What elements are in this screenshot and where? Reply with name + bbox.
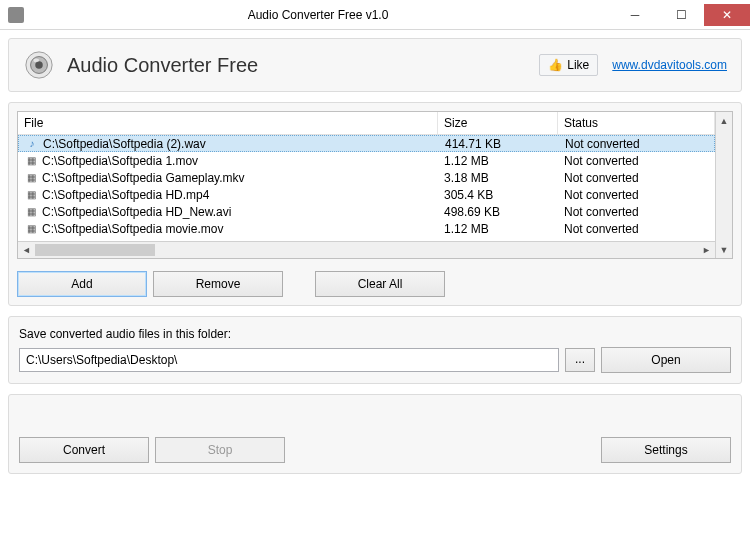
column-header-file[interactable]: File <box>18 112 438 134</box>
file-size: 1.12 MB <box>438 221 558 237</box>
file-status: Not converted <box>558 204 715 220</box>
file-path: C:\Softpedia\Softpedia 1.mov <box>42 154 198 168</box>
bottom-panel: Convert Stop Settings <box>8 394 742 474</box>
open-folder-button[interactable]: Open <box>601 347 731 373</box>
like-label: Like <box>567 58 589 72</box>
thumb-up-icon: 👍 <box>548 58 563 72</box>
like-button[interactable]: 👍 Like <box>539 54 598 76</box>
file-path: C:\Softpedia\Softpedia movie.mov <box>42 222 223 236</box>
file-path: C:\Softpedia\Softpedia Gameplay.mkv <box>42 171 245 185</box>
svg-point-3 <box>33 58 39 62</box>
scroll-left-icon[interactable]: ◄ <box>18 242 35 258</box>
convert-button[interactable]: Convert <box>19 437 149 463</box>
file-size: 3.18 MB <box>438 170 558 186</box>
scroll-down-icon[interactable]: ▼ <box>716 241 732 258</box>
close-button[interactable]: ✕ <box>704 4 750 26</box>
file-path: C:\Softpedia\Softpedia HD_New.avi <box>42 205 231 219</box>
minimize-button[interactable]: ─ <box>612 4 658 26</box>
table-row[interactable]: ♪C:\Softpedia\Softpedia (2).wav414.71 KB… <box>18 135 715 152</box>
file-status: Not converted <box>559 136 714 152</box>
browse-button[interactable]: ... <box>565 348 595 372</box>
file-size: 1.12 MB <box>438 153 558 169</box>
clear-all-button[interactable]: Clear All <box>315 271 445 297</box>
vertical-scrollbar[interactable]: ▲ ▼ <box>715 112 732 258</box>
add-button[interactable]: Add <box>17 271 147 297</box>
file-path: C:\Softpedia\Softpedia HD.mp4 <box>42 188 209 202</box>
table-row[interactable]: ▦C:\Softpedia\Softpedia 1.mov1.12 MBNot … <box>18 152 715 169</box>
scrollbar-thumb[interactable] <box>35 244 155 256</box>
app-title: Audio Converter Free <box>67 54 539 77</box>
file-status: Not converted <box>558 170 715 186</box>
horizontal-scrollbar[interactable]: ◄ ► <box>18 241 715 258</box>
file-size: 414.71 KB <box>439 136 559 152</box>
video-file-icon: ▦ <box>24 205 38 219</box>
file-status: Not converted <box>558 187 715 203</box>
title-bar: Audio Converter Free v1.0 ─ ☐ ✕ <box>0 0 750 30</box>
window-title: Audio Converter Free v1.0 <box>24 8 612 22</box>
scroll-right-icon[interactable]: ► <box>698 242 715 258</box>
column-header-size[interactable]: Size <box>438 112 558 134</box>
video-file-icon: ▦ <box>24 154 38 168</box>
svg-point-2 <box>35 61 43 69</box>
column-header-status[interactable]: Status <box>558 112 715 134</box>
save-path-input[interactable] <box>19 348 559 372</box>
file-size: 305.4 KB <box>438 187 558 203</box>
video-file-icon: ▦ <box>24 188 38 202</box>
file-size: 498.69 KB <box>438 204 558 220</box>
table-row[interactable]: ▦C:\Softpedia\Softpedia Gameplay.mkv3.18… <box>18 169 715 186</box>
file-status: Not converted <box>558 221 715 237</box>
save-folder-label: Save converted audio files in this folde… <box>19 327 731 341</box>
app-icon <box>8 7 24 23</box>
stop-button[interactable]: Stop <box>155 437 285 463</box>
file-list-header: File Size Status <box>18 112 715 135</box>
file-path: C:\Softpedia\Softpedia (2).wav <box>43 137 206 151</box>
speaker-icon <box>23 49 55 81</box>
video-file-icon: ▦ <box>24 171 38 185</box>
music-note-icon: ♪ <box>25 137 39 151</box>
table-row[interactable]: ▦C:\Softpedia\Softpedia HD.mp4305.4 KBNo… <box>18 186 715 203</box>
scroll-up-icon[interactable]: ▲ <box>716 112 732 129</box>
header-panel: Audio Converter Free 👍 Like www.dvdavito… <box>8 38 742 92</box>
settings-button[interactable]: Settings <box>601 437 731 463</box>
file-status: Not converted <box>558 153 715 169</box>
table-row[interactable]: ▦C:\Softpedia\Softpedia HD_New.avi498.69… <box>18 203 715 220</box>
maximize-button[interactable]: ☐ <box>658 4 704 26</box>
website-link[interactable]: www.dvdavitools.com <box>612 58 727 72</box>
video-file-icon: ▦ <box>24 222 38 236</box>
save-panel: Save converted audio files in this folde… <box>8 316 742 384</box>
table-row[interactable]: ▦C:\Softpedia\Softpedia movie.mov1.12 MB… <box>18 220 715 237</box>
remove-button[interactable]: Remove <box>153 271 283 297</box>
file-panel: File Size Status ♪C:\Softpedia\Softpedia… <box>8 102 742 306</box>
file-list: File Size Status ♪C:\Softpedia\Softpedia… <box>17 111 733 259</box>
